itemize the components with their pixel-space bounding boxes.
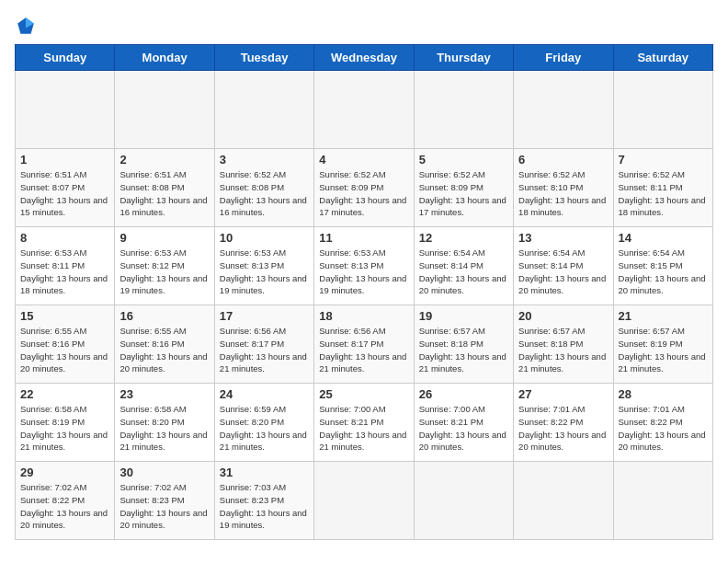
calendar-cell (314, 71, 414, 149)
day-number: 25 (319, 387, 408, 401)
calendar-cell: 15Sunrise: 6:55 AMSunset: 8:16 PMDayligh… (16, 305, 115, 384)
day-number: 15 (20, 309, 109, 323)
calendar-cell: 9Sunrise: 6:53 AMSunset: 8:12 PMDaylight… (115, 227, 214, 305)
day-detail: Sunrise: 6:58 AMSunset: 8:20 PMDaylight:… (119, 403, 209, 454)
day-of-week-header: Thursday (414, 45, 513, 71)
day-number: 5 (419, 153, 508, 167)
calendar-week-row: 15Sunrise: 6:55 AMSunset: 8:16 PMDayligh… (16, 305, 713, 384)
day-of-week-header: Tuesday (214, 45, 313, 71)
calendar-cell: 2Sunrise: 6:51 AMSunset: 8:08 PMDaylight… (115, 149, 214, 227)
day-number: 7 (619, 153, 708, 167)
calendar-cell: 18Sunrise: 6:56 AMSunset: 8:17 PMDayligh… (314, 305, 414, 384)
day-number: 11 (319, 231, 408, 245)
day-detail: Sunrise: 6:52 AMSunset: 8:10 PMDaylight:… (518, 168, 608, 219)
day-number: 1 (20, 153, 109, 167)
day-detail: Sunrise: 6:56 AMSunset: 8:17 PMDaylight:… (220, 325, 309, 375)
day-of-week-header: Sunday (16, 45, 115, 71)
day-detail: Sunrise: 7:02 AMSunset: 8:22 PMDaylight:… (20, 481, 109, 532)
calendar-cell (414, 71, 513, 149)
calendar-cell: 17Sunrise: 6:56 AMSunset: 8:17 PMDayligh… (214, 305, 313, 384)
day-detail: Sunrise: 7:01 AMSunset: 8:22 PMDaylight:… (518, 403, 608, 454)
calendar-cell: 14Sunrise: 6:54 AMSunset: 8:15 PMDayligh… (613, 227, 712, 305)
day-detail: Sunrise: 6:54 AMSunset: 8:14 PMDaylight:… (419, 247, 508, 297)
calendar-cell: 24Sunrise: 6:59 AMSunset: 8:20 PMDayligh… (214, 384, 313, 462)
day-number: 6 (518, 153, 608, 167)
calendar-cell: 19Sunrise: 6:57 AMSunset: 8:18 PMDayligh… (414, 305, 513, 384)
day-number: 14 (619, 231, 708, 245)
day-number: 19 (419, 309, 508, 323)
calendar-cell: 5Sunrise: 6:52 AMSunset: 8:09 PMDaylight… (414, 149, 513, 227)
day-detail: Sunrise: 6:52 AMSunset: 8:08 PMDaylight:… (220, 168, 309, 219)
day-detail: Sunrise: 6:53 AMSunset: 8:13 PMDaylight:… (220, 247, 309, 297)
day-number: 16 (119, 309, 209, 323)
calendar-cell: 4Sunrise: 6:52 AMSunset: 8:09 PMDaylight… (314, 149, 414, 227)
page-header (15, 15, 713, 37)
calendar-cell: 23Sunrise: 6:58 AMSunset: 8:20 PMDayligh… (115, 384, 214, 462)
day-detail: Sunrise: 6:51 AMSunset: 8:08 PMDaylight:… (119, 168, 209, 219)
day-number: 26 (419, 387, 508, 401)
day-detail: Sunrise: 6:53 AMSunset: 8:11 PMDaylight:… (20, 247, 109, 297)
calendar-cell: 3Sunrise: 6:52 AMSunset: 8:08 PMDaylight… (214, 149, 313, 227)
day-number: 20 (518, 309, 608, 323)
logo (15, 15, 40, 37)
day-of-week-header: Saturday (613, 45, 712, 71)
day-detail: Sunrise: 6:57 AMSunset: 8:18 PMDaylight:… (518, 325, 608, 375)
day-number: 21 (619, 309, 708, 323)
calendar-week-row: 29Sunrise: 7:02 AMSunset: 8:22 PMDayligh… (16, 462, 713, 540)
day-detail: Sunrise: 6:52 AMSunset: 8:09 PMDaylight:… (419, 168, 508, 219)
calendar-cell: 8Sunrise: 6:53 AMSunset: 8:11 PMDaylight… (16, 227, 115, 305)
calendar-cell: 1Sunrise: 6:51 AMSunset: 8:07 PMDaylight… (16, 149, 115, 227)
calendar-cell (414, 462, 513, 540)
calendar-cell: 27Sunrise: 7:01 AMSunset: 8:22 PMDayligh… (514, 384, 613, 462)
calendar-cell: 31Sunrise: 7:03 AMSunset: 8:23 PMDayligh… (214, 462, 313, 540)
day-number: 29 (20, 465, 109, 479)
calendar-cell (613, 462, 712, 540)
day-detail: Sunrise: 7:00 AMSunset: 8:21 PMDaylight:… (319, 403, 408, 454)
day-number: 30 (119, 465, 209, 479)
day-detail: Sunrise: 6:53 AMSunset: 8:13 PMDaylight:… (319, 247, 408, 297)
calendar-cell: 20Sunrise: 6:57 AMSunset: 8:18 PMDayligh… (514, 305, 613, 384)
calendar-cell (613, 71, 712, 149)
day-of-week-header: Monday (115, 45, 214, 71)
day-detail: Sunrise: 6:53 AMSunset: 8:12 PMDaylight:… (119, 247, 209, 297)
day-number: 3 (220, 153, 309, 167)
day-detail: Sunrise: 6:56 AMSunset: 8:17 PMDaylight:… (319, 325, 408, 375)
calendar-week-row: 22Sunrise: 6:58 AMSunset: 8:19 PMDayligh… (16, 384, 713, 462)
day-detail: Sunrise: 6:57 AMSunset: 8:19 PMDaylight:… (619, 325, 708, 375)
day-number: 18 (319, 309, 408, 323)
day-number: 23 (119, 387, 209, 401)
calendar-cell: 7Sunrise: 6:52 AMSunset: 8:11 PMDaylight… (613, 149, 712, 227)
calendar-cell: 26Sunrise: 7:00 AMSunset: 8:21 PMDayligh… (414, 384, 513, 462)
calendar-cell: 6Sunrise: 6:52 AMSunset: 8:10 PMDaylight… (514, 149, 613, 227)
day-detail: Sunrise: 6:54 AMSunset: 8:15 PMDaylight:… (619, 247, 708, 297)
day-number: 27 (518, 387, 608, 401)
day-number: 4 (319, 153, 408, 167)
day-of-week-header: Friday (514, 45, 613, 71)
day-detail: Sunrise: 6:54 AMSunset: 8:14 PMDaylight:… (518, 247, 608, 297)
day-of-week-header: Wednesday (314, 45, 414, 71)
calendar-week-row (16, 71, 713, 149)
calendar-week-row: 8Sunrise: 6:53 AMSunset: 8:11 PMDaylight… (16, 227, 713, 305)
day-detail: Sunrise: 6:58 AMSunset: 8:19 PMDaylight:… (20, 403, 109, 454)
day-number: 24 (220, 387, 309, 401)
day-detail: Sunrise: 7:01 AMSunset: 8:22 PMDaylight:… (619, 403, 708, 454)
day-detail: Sunrise: 6:59 AMSunset: 8:20 PMDaylight:… (220, 403, 309, 454)
calendar-cell: 28Sunrise: 7:01 AMSunset: 8:22 PMDayligh… (613, 384, 712, 462)
calendar-cell: 10Sunrise: 6:53 AMSunset: 8:13 PMDayligh… (214, 227, 313, 305)
calendar-cell: 12Sunrise: 6:54 AMSunset: 8:14 PMDayligh… (414, 227, 513, 305)
calendar-cell: 16Sunrise: 6:55 AMSunset: 8:16 PMDayligh… (115, 305, 214, 384)
day-detail: Sunrise: 7:02 AMSunset: 8:23 PMDaylight:… (119, 481, 209, 532)
calendar-cell (514, 462, 613, 540)
day-number: 12 (419, 231, 508, 245)
day-number: 9 (119, 231, 209, 245)
day-detail: Sunrise: 6:55 AMSunset: 8:16 PMDaylight:… (119, 325, 209, 375)
day-detail: Sunrise: 6:55 AMSunset: 8:16 PMDaylight:… (20, 325, 109, 375)
logo-icon (15, 15, 37, 37)
calendar-cell (16, 71, 115, 149)
calendar-cell (115, 71, 214, 149)
calendar-cell (514, 71, 613, 149)
calendar-cell (314, 462, 414, 540)
day-number: 31 (220, 465, 309, 479)
day-number: 8 (20, 231, 109, 245)
day-number: 2 (119, 153, 209, 167)
